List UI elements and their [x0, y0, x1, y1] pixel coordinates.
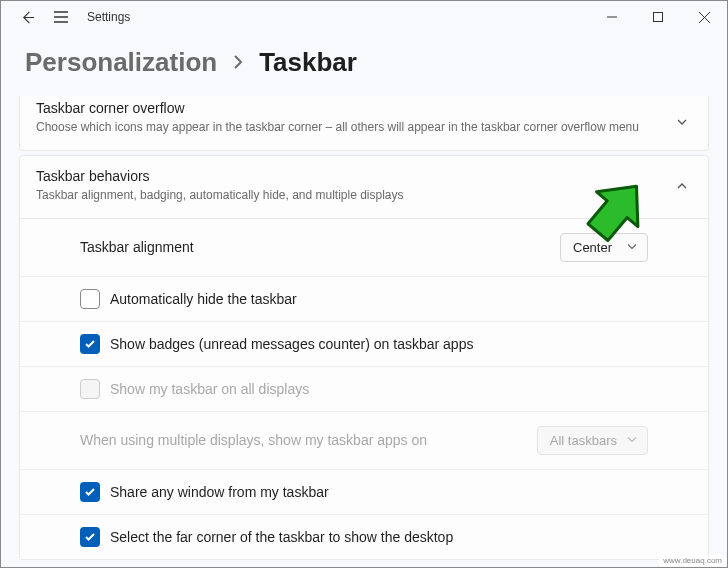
breadcrumb: Personalization Taskbar: [1, 33, 727, 96]
select-value: All taskbars: [550, 433, 617, 448]
chevron-down-icon: [627, 433, 637, 448]
alignment-row: Taskbar alignment Center: [20, 218, 708, 276]
maximize-button[interactable]: [635, 1, 681, 33]
alignment-select[interactable]: Center: [560, 233, 648, 262]
row-label: Select the far corner of the taskbar to …: [110, 529, 688, 545]
multi-display-select: All taskbars: [537, 426, 648, 455]
window-title: Settings: [87, 10, 130, 24]
checkbox-unchecked[interactable]: [80, 289, 100, 309]
close-button[interactable]: [681, 1, 727, 33]
badges-row[interactable]: Show badges (unread messages counter) on…: [20, 321, 708, 366]
autohide-row[interactable]: Automatically hide the taskbar: [20, 276, 708, 321]
panel-subtitle: Taskbar alignment, badging, automaticall…: [36, 187, 404, 204]
checkbox-checked[interactable]: [80, 482, 100, 502]
checkbox-checked[interactable]: [80, 527, 100, 547]
panel-title: Taskbar behaviors: [36, 168, 404, 184]
breadcrumb-current: Taskbar: [259, 47, 357, 78]
row-label: Taskbar alignment: [80, 239, 560, 255]
overflow-panel[interactable]: Taskbar corner overflow Choose which ico…: [19, 96, 709, 151]
watermark: www.deuaq.com: [659, 555, 726, 566]
breadcrumb-parent[interactable]: Personalization: [25, 47, 217, 78]
row-label: When using multiple displays, show my ta…: [80, 432, 537, 448]
panel-title: Taskbar corner overflow: [36, 100, 639, 116]
all-displays-row: Show my taskbar on all displays: [20, 366, 708, 411]
chevron-down-icon: [627, 240, 637, 255]
multi-display-row: When using multiple displays, show my ta…: [20, 411, 708, 469]
menu-icon[interactable]: [53, 9, 69, 25]
row-label: Show my taskbar on all displays: [110, 381, 688, 397]
behaviors-panel-header[interactable]: Taskbar behaviors Taskbar alignment, bad…: [20, 156, 708, 218]
checkbox-disabled: [80, 379, 100, 399]
svg-rect-0: [654, 13, 663, 22]
checkbox-checked[interactable]: [80, 334, 100, 354]
select-value: Center: [573, 240, 612, 255]
titlebar: Settings: [1, 1, 727, 33]
far-corner-row[interactable]: Select the far corner of the taskbar to …: [20, 514, 708, 559]
behaviors-panel: Taskbar behaviors Taskbar alignment, bad…: [19, 155, 709, 560]
row-label: Automatically hide the taskbar: [110, 291, 688, 307]
chevron-up-icon[interactable]: [676, 180, 688, 192]
chevron-down-icon[interactable]: [676, 116, 688, 128]
share-window-row[interactable]: Share any window from my taskbar: [20, 469, 708, 514]
panel-subtitle: Choose which icons may appear in the tas…: [36, 119, 639, 136]
row-label: Share any window from my taskbar: [110, 484, 688, 500]
back-icon[interactable]: [19, 9, 35, 25]
chevron-right-icon: [233, 51, 243, 74]
minimize-button[interactable]: [589, 1, 635, 33]
row-label: Show badges (unread messages counter) on…: [110, 336, 688, 352]
